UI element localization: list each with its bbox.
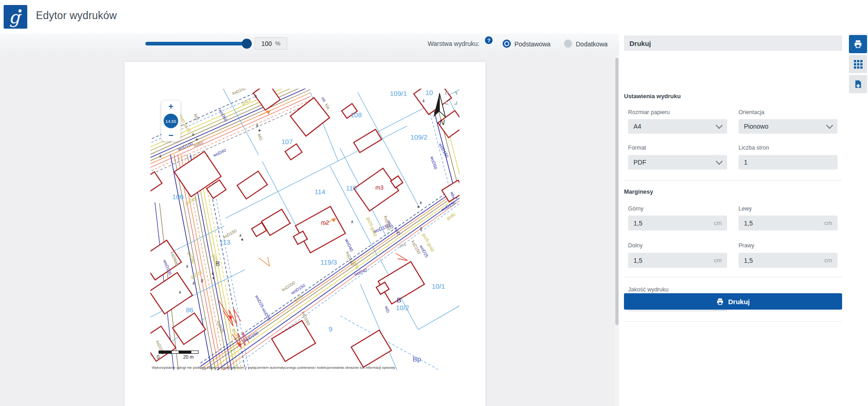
print-editor-app: g Edytor wydruków 100 % Warstwa wydruku:… (0, 0, 868, 406)
map-label: 109/2 (410, 133, 428, 141)
section-margins: Marginesy (624, 188, 653, 195)
section-print-settings: Ustawienia wydruku (624, 93, 681, 100)
map-label: m3 (375, 184, 384, 191)
vertical-scrollbar[interactable] (615, 55, 619, 406)
margin-top-input[interactable]: 1,5 cm (628, 216, 727, 231)
print-page-preview: 106107108109/1109/2114115113119/310/110/… (125, 62, 485, 406)
page-title: Edytor wydruków (36, 10, 117, 22)
layer-label: Warstwa wydruku: (428, 40, 479, 47)
map-label: k (212, 271, 214, 276)
zoom-value-box[interactable]: 100 % (254, 37, 287, 50)
printer-icon (853, 40, 863, 49)
radio-layer-additional-label[interactable]: Dodatkowa (576, 40, 608, 48)
zoom-slider[interactable] (145, 42, 249, 45)
scale-bar-end: 20 m (183, 354, 194, 360)
format-select[interactable]: PDF (628, 155, 727, 170)
map-label: k (255, 94, 257, 99)
map-label: proj. (399, 241, 407, 248)
chevron-down-icon (826, 121, 833, 129)
radio-layer-basic[interactable] (503, 40, 511, 48)
map-label: k (179, 290, 181, 295)
map-label: g (420, 226, 422, 231)
printer-icon (716, 298, 724, 306)
divider (624, 180, 842, 180)
zoom-value: 100 (261, 40, 272, 47)
scrollbar-thumb[interactable] (615, 58, 619, 325)
app-header: g Edytor wydruków (0, 0, 868, 34)
map-label: 115 (346, 184, 357, 192)
radio-layer-basic-label[interactable]: Podstawowa (514, 40, 550, 48)
map-label: 9 (329, 325, 332, 333)
divider (624, 321, 842, 322)
tool-print-button[interactable] (849, 35, 867, 53)
map-zoom-out-button[interactable]: − (168, 131, 173, 140)
logo-glyph: g (4, 5, 27, 29)
map-label: gs25 (183, 122, 192, 133)
divider (624, 277, 842, 277)
zoom-slider-handle[interactable] (242, 39, 252, 49)
help-icon[interactable]: ? (485, 36, 493, 44)
chevron-down-icon (716, 157, 723, 165)
orientation-label: Orientacja (738, 109, 764, 115)
map-zoom-in-button[interactable]: + (168, 102, 173, 111)
map-label: woD40 (344, 237, 354, 252)
map-label: gsD90 (231, 328, 240, 341)
map-attribution: Wykorzystanie usługi nie podlega żadnym … (152, 366, 458, 370)
margin-bottom-label: Dolny (628, 242, 643, 249)
map-label: woD150 (438, 142, 450, 159)
map-label: 109/1 (390, 90, 407, 97)
map-label: ksD150 (231, 89, 247, 96)
map-preview[interactable]: 106107108109/1109/2114115113119/310/110/… (150, 89, 459, 370)
map-label: k (351, 220, 354, 224)
map-label: gs25-gn40 (366, 216, 378, 237)
map-label: woD150 (243, 331, 259, 343)
map-drawing: 106107108109/1109/2114115113119/310/110/… (150, 89, 459, 370)
map-label: k (423, 99, 425, 103)
map-label: k (186, 264, 189, 269)
margin-left-input[interactable]: 1,5 cm (738, 216, 838, 231)
tool-grid-button[interactable] (849, 55, 867, 73)
map-label: oA (320, 96, 327, 103)
map-label: 113 (219, 238, 230, 246)
margin-left-label: Lewy (738, 206, 752, 212)
format-label: Format (628, 145, 646, 151)
file-plus-icon (853, 80, 863, 89)
map-label: 86 (186, 306, 194, 314)
margin-top-label: Górny (628, 206, 644, 212)
map-label: Bp (413, 355, 421, 363)
panel-title: Drukuj (629, 40, 651, 47)
map-label: 119/3 (320, 258, 337, 266)
map-label: 114 (314, 188, 325, 195)
map-label: m2 (321, 219, 329, 226)
map-label: k (193, 281, 195, 286)
geoportal-logo-icon[interactable]: g (4, 5, 27, 29)
tool-new-document-button[interactable] (849, 75, 867, 93)
map-label: 10/1 (432, 282, 445, 290)
map-zoom-control: + 14,55 − (161, 100, 180, 141)
quality-label: Jakość wydruku (628, 286, 668, 293)
margin-bottom-input[interactable]: 1,5 cm (628, 253, 727, 268)
map-label: k (256, 123, 259, 128)
map-label: gs90 (446, 212, 456, 221)
preview-canvas: 106107108109/1109/2114115113119/310/110/… (0, 55, 615, 406)
margin-right-label: Prawy (738, 242, 754, 249)
print-button[interactable]: Drukuj (624, 293, 842, 310)
orientation-select[interactable]: Pionowo (738, 119, 838, 134)
pages-input[interactable]: 1 (738, 155, 838, 170)
paper-size-select[interactable]: A4 (628, 119, 727, 134)
scale-bar (159, 351, 199, 354)
map-label: woD40 (212, 148, 226, 158)
map-label: 107 (281, 138, 293, 145)
radio-layer-additional[interactable] (564, 40, 572, 48)
margin-right-input[interactable]: 1,5 cm (738, 253, 838, 268)
scale-bar-start: 0 (157, 354, 160, 360)
map-label: wlD (384, 305, 390, 314)
map-label: k (160, 154, 162, 159)
zoom-unit: % (275, 40, 280, 47)
map-label: woD25-woD25 (254, 294, 272, 321)
map-label: gsD90 (187, 251, 196, 265)
panel-titlebar: Drukuj (624, 35, 842, 51)
map-label: woD50 (429, 155, 439, 170)
grid-icon (854, 60, 863, 69)
map-label: k (420, 200, 422, 205)
